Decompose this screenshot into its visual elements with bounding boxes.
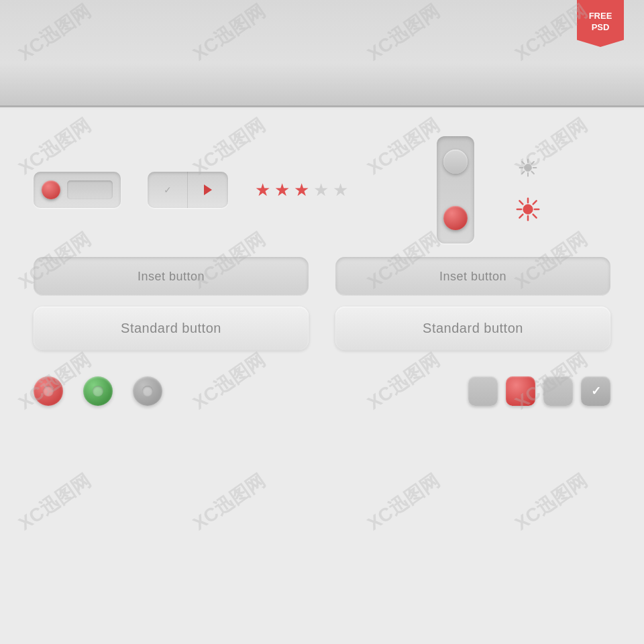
nav-forward-button[interactable] — [188, 172, 228, 208]
toggle-line — [67, 180, 113, 199]
standard-button-left[interactable]: Standard button — [34, 307, 309, 350]
vertical-slider[interactable] — [429, 136, 482, 244]
star-5[interactable]: ★ — [333, 181, 348, 199]
controls-row: ✓ ★ ★ ★ ★ ★ — [0, 109, 644, 257]
buttons-section: Inset button Standard button Inset butto… — [0, 257, 644, 350]
radio-inner-red — [43, 386, 54, 396]
check-mark-icon: ✓ — [164, 184, 172, 195]
svg-point-9 — [523, 205, 533, 214]
nav-buttons: ✓ — [148, 172, 228, 208]
ribbon: FREE PSD — [577, 0, 624, 47]
svg-line-17 — [519, 215, 523, 218]
radio-button-green[interactable] — [83, 376, 113, 406]
buttons-col-left: Inset button Standard button — [34, 257, 309, 350]
star-rating[interactable]: ★ ★ ★ ★ ★ — [255, 181, 348, 199]
ribbon-line1: FREE — [589, 11, 612, 22]
slider-thumb-top[interactable] — [443, 150, 468, 174]
star-3[interactable]: ★ — [294, 181, 309, 199]
svg-line-14 — [519, 201, 523, 204]
star-1[interactable]: ★ — [255, 181, 270, 199]
toggle-switch-horizontal[interactable] — [34, 172, 121, 208]
bottom-row: ✓ — [0, 350, 644, 419]
standard-button-right[interactable]: Standard button — [335, 307, 610, 350]
arrow-right-icon — [204, 184, 212, 195]
checkmark-icon: ✓ — [591, 384, 601, 398]
checkbox-checked[interactable]: ✓ — [581, 376, 610, 406]
top-bar — [0, 0, 644, 107]
radio-inner-green — [93, 386, 103, 396]
ribbon-line2: PSD — [592, 22, 610, 34]
slider-track — [437, 136, 474, 244]
radio-button-gray[interactable] — [133, 376, 162, 406]
svg-line-16 — [533, 201, 537, 204]
ribbon-body: FREE PSD — [577, 0, 624, 47]
buttons-col-right: Inset button Standard button — [335, 257, 610, 350]
checkbox-red[interactable] — [506, 376, 535, 406]
sun-bright-icon — [516, 197, 540, 221]
main-content: ✓ ★ ★ ★ ★ ★ — [0, 109, 644, 644]
svg-line-15 — [533, 215, 537, 218]
star-2[interactable]: ★ — [274, 181, 290, 199]
checkbox-gray-2[interactable] — [543, 376, 573, 406]
radio-inner-gray — [142, 386, 153, 396]
star-4[interactable]: ★ — [313, 181, 329, 199]
svg-line-7 — [531, 162, 534, 164]
inset-button-left[interactable]: Inset button — [34, 257, 309, 296]
svg-line-5 — [522, 162, 525, 164]
sun-dim-icon — [516, 158, 540, 177]
inset-button-right[interactable]: Inset button — [335, 257, 610, 296]
checkbox-gray-1[interactable] — [468, 376, 498, 406]
radio-button-red[interactable] — [34, 376, 63, 406]
toggle-dot-red — [42, 180, 60, 199]
nav-back-button[interactable]: ✓ — [148, 172, 188, 208]
svg-line-6 — [531, 171, 534, 174]
svg-point-0 — [525, 164, 532, 172]
checkbox-group: ✓ — [468, 376, 610, 406]
sun-icons — [516, 158, 540, 221]
slider-thumb-bottom[interactable] — [443, 206, 468, 230]
svg-line-8 — [522, 171, 525, 174]
radio-group — [34, 376, 162, 406]
